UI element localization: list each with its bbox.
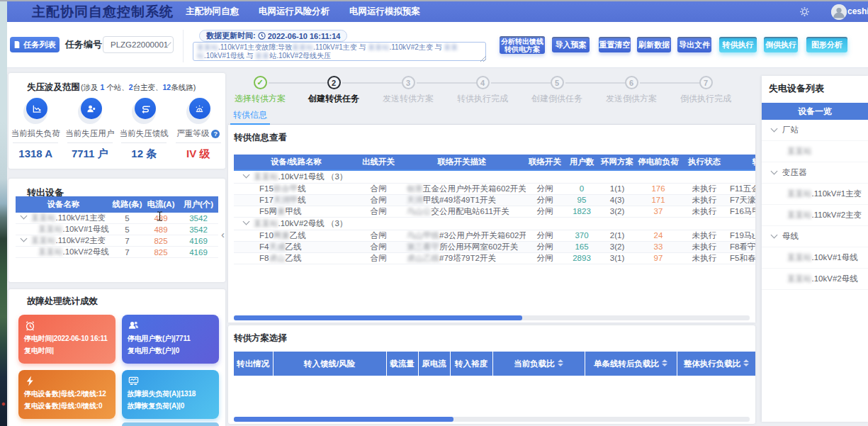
table-cell: 未执行	[682, 206, 727, 217]
table-row[interactable]: 某某站.110kV#2主变 7 825 4169	[16, 235, 218, 247]
table-cell: 5	[111, 213, 143, 224]
chevron-down-icon[interactable]	[243, 171, 250, 178]
text-segment: 母线	[782, 232, 799, 240]
task-no-label: 任务编号:	[65, 37, 105, 52]
table-row[interactable]: 某某站.10kV#2母线 7 825 4169	[16, 247, 218, 258]
tree-item-transformer-2[interactable]: 某某站.110kV#2主变	[762, 205, 868, 226]
text-segment: .110kV#1主变 与	[313, 43, 368, 51]
chevron-down-icon[interactable]	[243, 218, 250, 225]
backfeed-exec-button[interactable]: 倒供执行	[764, 37, 798, 52]
tree-item-station[interactable]: 某某站	[762, 141, 868, 162]
table-row[interactable]: F17天润甲线 合闸 天润甲线#49塔49T1开关 分闸 95 4(3) 171…	[234, 194, 755, 206]
table-cell: F8虎山乙线	[234, 252, 359, 264]
tree-label: 母线	[782, 231, 799, 242]
help-icon[interactable]: ?	[211, 130, 220, 138]
tab-transfer-info[interactable]: 转供信息	[230, 108, 270, 125]
impact-title: 失压波及范围(涉及 1 个站、2台主变、12条线路)	[27, 82, 196, 94]
column-header: 联络开关描述	[398, 155, 526, 170]
table-cell: 3542	[179, 213, 218, 224]
group-row[interactable]: 某某站.10kV#2母线 （3）	[234, 217, 755, 230]
chevron-down-icon[interactable]	[21, 235, 28, 242]
task-no-select[interactable]: PLZG22000001	[103, 36, 174, 53]
step-label: 转供执行完成	[457, 93, 508, 105]
sort-icon[interactable]	[558, 359, 563, 366]
impact-title-text: 失压波及范围	[27, 82, 80, 92]
step-5-create-backfeed: 5 创建倒供任务	[520, 76, 594, 105]
nav-main-dist-self-healing[interactable]: 主配协同自愈	[186, 6, 239, 18]
table-row[interactable]: F15联合甲线 合闸 创意五金公用户外开关箱602开关 分闸 0 1(1) 17…	[234, 183, 755, 194]
lightning-icon	[24, 375, 36, 387]
table-header-row: 设备名称 线路(条) 电流(A) 用户(个)	[16, 196, 218, 213]
transfer-info-table-wrap: 设备/线路名称 出线开关 联络开关描述 联络开关 用户数 环网方案 停电前负荷 …	[234, 155, 755, 264]
import-plan-button[interactable]: 导入预案	[552, 37, 590, 52]
table-cell: 乌山公交公用配电站611开关	[398, 206, 526, 217]
text-segment: F5网	[259, 207, 277, 215]
user-avatar[interactable]	[831, 4, 847, 20]
table-cell: 370	[564, 230, 599, 241]
step-circle: 3	[402, 76, 415, 89]
table-row[interactable]: F8虎山乙线 合闸 虎山乙线#79塔79T2开关 分闸 2893 3(1) 97…	[234, 252, 755, 264]
metric-loss-feeders: 当前失压馈线 12 条	[117, 100, 171, 161]
table-cell: 分闸	[526, 194, 564, 206]
task-list-button[interactable]: 任务列表	[10, 37, 60, 52]
reset-clear-button[interactable]: 重置清空	[599, 37, 631, 52]
refresh-data-button[interactable]: 刷新数据	[637, 37, 671, 52]
metric-label: 当前失压馈线	[120, 128, 169, 139]
sort-icon[interactable]	[743, 359, 749, 366]
severity-icon	[189, 98, 210, 119]
text-segment: .10kV#2母线	[63, 247, 109, 256]
analyze-transfer-plan-button[interactable]: 分析转出馈线转供电方案	[500, 36, 545, 54]
transfer-exec-button[interactable]: 转供执行	[719, 37, 757, 52]
scrollbar-thumb[interactable]	[234, 417, 453, 422]
tree-group-station[interactable]: 厂站	[762, 120, 868, 141]
nav-grid-simulation-plan[interactable]: 电网运行模拟预案	[349, 6, 420, 18]
column-header: 设备/线路名称	[234, 155, 359, 170]
horizontal-scrollbar[interactable]	[234, 417, 750, 422]
table-row[interactable]: F5网寰甲线 合闸 乌山公交公用配电站611开关 分闸 1823 3(2) 37…	[234, 206, 755, 217]
graph-analysis-button[interactable]: 图形分析	[806, 37, 847, 52]
table-row[interactable]: 某某站.110kV#1主变 5 489 3542	[16, 213, 218, 224]
step-2-create-task: 2 创建转供任务	[297, 76, 371, 105]
column-header: 执行状态	[682, 155, 727, 170]
tree-item-bus-2[interactable]: 某某站.10kV#2母线	[762, 269, 868, 290]
tree-item-transformer-1[interactable]: 某某站.110kV#1主变	[762, 184, 868, 205]
scrollbar-thumb[interactable]	[234, 315, 522, 320]
tree-label: 某某站	[787, 146, 812, 157]
cell-text: 乌山甲线#3公用户外开关箱602开关	[407, 231, 526, 240]
gear-icon[interactable]	[799, 6, 810, 17]
collapse-left-icon[interactable]: ‹	[221, 228, 225, 241]
table-cell: 4169	[179, 247, 218, 258]
table-row[interactable]: F4天成乙线 合闸 第三看守所公用环网室602开关 分闸 165 3(2) 33…	[234, 241, 755, 252]
table-row[interactable]: F10网寰乙线 合闸 乌山甲线#3公用户外开关箱602开关 分闸 370 2(1…	[234, 230, 755, 241]
textarea-resize-grip[interactable]	[480, 56, 486, 62]
text-segment: 站.10kV#2母线失压	[269, 52, 331, 60]
export-file-button[interactable]: 导出文件	[677, 37, 711, 52]
metric-value: 12 条	[131, 147, 157, 161]
tree-group-bus[interactable]: 母线	[762, 226, 868, 247]
table-cell: 第三看守所公用环网室602开关	[398, 241, 526, 252]
redacted-text: 某某站	[368, 43, 389, 51]
username[interactable]: ceshi	[847, 1, 868, 22]
tree-item-bus-1[interactable]: 某某站.10kV#1母线	[762, 247, 868, 269]
card-stat-line: 复电设备数|母线:0/馈线:0	[24, 400, 110, 411]
horizontal-scrollbar[interactable]	[234, 315, 750, 320]
fault-description-textarea[interactable]: 某某站.110kV#1主变故障:导致某某站.110kV#1主变 与 某某站.11…	[193, 42, 486, 61]
redacted-text: 天润	[407, 196, 423, 204]
step-circle: 2	[327, 76, 341, 89]
table-row[interactable]: 某某站.10kV#1母线 5 489 3542	[16, 224, 218, 235]
table-cell: F15联合甲线	[234, 183, 359, 194]
text-segment: 厂站	[782, 125, 799, 134]
table-cell: 合闸	[359, 230, 398, 241]
group-row[interactable]: 某某站.10kV#1母线 （3）	[234, 170, 755, 183]
tree-group-transformer[interactable]: 变压器	[762, 162, 868, 184]
nav-grid-risk-analysis[interactable]: 电网运行风险分析	[259, 6, 329, 18]
collapse-right-icon[interactable]: ›	[751, 228, 755, 241]
text-segment: 交公用配电站611开关	[432, 207, 509, 215]
app-header: 主配协同自愈控制系统 主配协同自愈 电网运行风险分析 电网运行模拟预案 cesh…	[7, 1, 868, 22]
sort-icon[interactable]	[662, 359, 667, 366]
redacted-text: 某某站	[254, 219, 278, 228]
outage-users-card: 停电用户数(户)|7711 复电用户数(户)|0	[122, 315, 219, 364]
chevron-down-icon[interactable]	[21, 213, 28, 219]
transfer-out-panel: 转出设备 设备名称 线路(条) 电流(A) 用户(个) 某某站.110kV#1主…	[9, 179, 225, 282]
update-time-value: 2022-06-10 16:11:14	[268, 32, 341, 40]
